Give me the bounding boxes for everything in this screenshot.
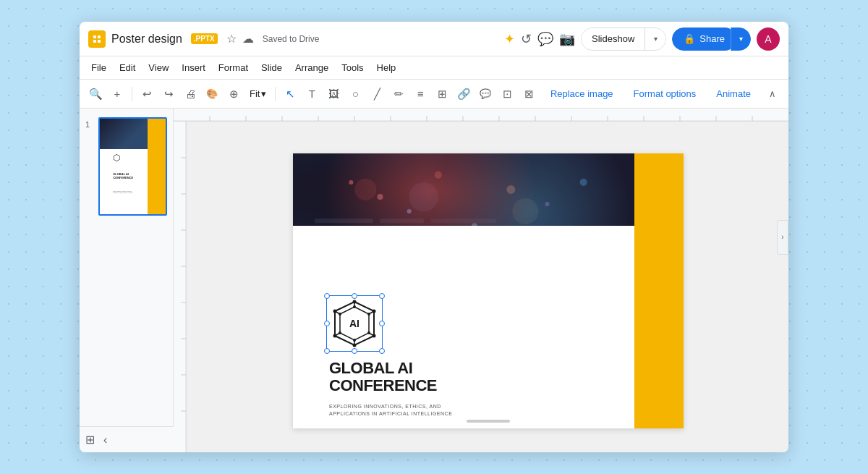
slideshow-button-group: Slideshow ▾ — [581, 27, 666, 51]
menu-arrange[interactable]: Arrange — [289, 59, 334, 76]
svg-point-38 — [545, 202, 549, 206]
redo-button[interactable]: ↪ — [158, 84, 179, 104]
svg-point-35 — [407, 209, 412, 213]
menu-tools[interactable]: Tools — [336, 59, 369, 76]
text-button[interactable]: T — [302, 84, 322, 104]
comment-button[interactable]: 💬 — [475, 84, 495, 104]
svg-point-41 — [409, 182, 438, 211]
slide-canvas[interactable]: AI — [293, 153, 684, 428]
menu-file[interactable]: File — [85, 59, 112, 76]
comment-icon[interactable]: 💬 — [537, 31, 553, 47]
toolbar-right: Replace image Format options Animate ∧ — [542, 84, 783, 104]
slideshow-dropdown-button[interactable]: ▾ — [645, 28, 665, 50]
thumb-subtitle: EXPLORING INNOVATIONS,ETHICS, AND APPLIC… — [113, 190, 132, 194]
mask-button[interactable]: ⊠ — [519, 84, 539, 104]
handle-top-left[interactable] — [324, 293, 330, 299]
handle-bottom-mid[interactable] — [352, 348, 357, 354]
grid-view-icon[interactable]: ⊞ — [85, 433, 95, 447]
svg-point-34 — [435, 172, 442, 179]
toolbar: 🔍 + ↩ ↪ 🖨 🎨 ⊕ Fit ▾ ↖ T 🖼 ○ ╱ ✏ ≡ ⊞ 🔗 💬 … — [80, 80, 788, 109]
table-button[interactable]: ⊞ — [432, 84, 452, 104]
cursor-button[interactable]: ↖ — [280, 84, 300, 104]
link-button[interactable]: 🔗 — [454, 84, 474, 104]
toolbar-collapse-button[interactable]: ∧ — [762, 84, 783, 104]
menu-slide[interactable]: Slide — [255, 59, 288, 76]
toolbar-divider-2 — [275, 87, 276, 101]
camera-icon[interactable]: 📷 — [559, 31, 575, 47]
thumb-white-area — [100, 149, 148, 214]
zoom-out-button[interactable]: 🔍 — [85, 84, 106, 104]
svg-rect-45 — [431, 219, 496, 223]
history-icon[interactable]: ↺ — [521, 31, 532, 47]
menu-bar: File Edit View Insert Format Slide Arran… — [80, 56, 788, 80]
menu-help[interactable]: Help — [371, 59, 402, 76]
doc-title: Poster design — [111, 33, 182, 46]
shape-button[interactable]: ○ — [345, 84, 365, 104]
slides-panel-bottom: ⊞ ‹ — [80, 426, 174, 452]
image-button[interactable]: 🖼 — [323, 84, 344, 104]
handle-bottom-right[interactable] — [379, 348, 385, 354]
paint-format-button[interactable]: 🎨 — [202, 84, 222, 104]
crop-button[interactable]: ⊡ — [497, 84, 517, 104]
handle-mid-left[interactable] — [324, 321, 330, 326]
thumb-ai-icon: ⬡ — [113, 153, 120, 163]
scroll-indicator — [467, 420, 510, 423]
share-main-button[interactable]: 🔒 Share — [672, 27, 736, 51]
undo-button[interactable]: ↩ — [137, 84, 157, 104]
menu-edit[interactable]: Edit — [114, 59, 141, 76]
canvas-wrapper: AI — [293, 145, 684, 428]
menu-format[interactable]: Format — [213, 59, 254, 76]
star-icon[interactable]: ☆ — [226, 32, 237, 46]
sparkle-icon[interactable]: ✦ — [504, 31, 515, 47]
line-button[interactable]: ╱ — [367, 84, 387, 104]
handle-mid-right[interactable] — [379, 321, 385, 326]
slides-panel: 1 ⬡ GLOBAL AICONFERENCE EXPLORING INNOVA… — [80, 109, 174, 452]
collapse-panel-icon[interactable]: ‹ — [103, 433, 107, 447]
svg-point-42 — [512, 198, 538, 224]
thumb-yellow-bar — [148, 119, 166, 214]
poster-title: GLOBAL AI CONFERENCE — [329, 360, 437, 394]
saved-text: Saved to Drive — [263, 34, 320, 44]
share-dropdown-button[interactable]: ▾ — [731, 27, 751, 51]
zoom-fit-button[interactable]: ⊕ — [224, 84, 244, 104]
slide-1-number: 1 — [85, 117, 94, 129]
replace-image-button[interactable]: Replace image — [542, 85, 622, 102]
print-button[interactable]: 🖨 — [180, 84, 200, 104]
svg-rect-3 — [98, 40, 101, 43]
slide-1-thumb[interactable]: ⬡ GLOBAL AICONFERENCE EXPLORING INNOVATI… — [98, 117, 167, 216]
collapse-right-icon: › — [781, 233, 783, 241]
menu-insert[interactable]: Insert — [176, 59, 211, 76]
yellow-bar — [634, 153, 684, 428]
menu-view[interactable]: View — [142, 59, 174, 76]
svg-point-32 — [349, 180, 353, 185]
pen-button[interactable]: ✏ — [388, 84, 409, 104]
poster-subtitle: EXPLORING INNOVATIONS, ETHICS, ANDAPPLIC… — [329, 403, 452, 418]
handle-bottom-left[interactable] — [324, 348, 330, 354]
ruler-horizontal — [174, 109, 788, 122]
lock-icon: 🔒 — [684, 33, 695, 44]
avatar[interactable]: A — [757, 27, 780, 51]
slideshow-main-button[interactable]: Slideshow — [582, 28, 645, 50]
slide-1-container: 1 ⬡ GLOBAL AICONFERENCE EXPLORING INNOVA… — [82, 114, 170, 219]
animate-button[interactable]: Animate — [707, 85, 760, 102]
lines-icon-btn[interactable]: ≡ — [410, 84, 430, 104]
toolbar-divider-1 — [132, 87, 132, 101]
zoom-in-button[interactable]: + — [107, 84, 127, 104]
format-options-button[interactable]: Format options — [625, 85, 705, 102]
svg-point-39 — [580, 179, 587, 186]
thumb-content: ⬡ GLOBAL AICONFERENCE EXPLORING INNOVATI… — [100, 119, 166, 214]
ruler-vertical — [174, 122, 187, 452]
svg-rect-0 — [93, 35, 96, 38]
app-window: Poster design .PPTX ☆ ☁ Saved to Drive ✦… — [80, 22, 788, 452]
svg-point-36 — [506, 185, 515, 194]
handle-top-right[interactable] — [379, 293, 385, 299]
ai-icon-selected[interactable]: AI — [329, 298, 380, 349]
svg-rect-1 — [98, 35, 101, 38]
handle-top-mid[interactable] — [352, 293, 357, 299]
svg-rect-43 — [315, 219, 373, 223]
zoom-select[interactable]: Fit ▾ — [245, 87, 271, 101]
right-panel-collapse[interactable]: › — [777, 220, 788, 255]
canvas-area[interactable]: AI — [174, 109, 788, 452]
main-content: 1 ⬡ GLOBAL AICONFERENCE EXPLORING INNOVA… — [80, 109, 788, 452]
zoom-dropdown-icon: ▾ — [261, 88, 266, 99]
